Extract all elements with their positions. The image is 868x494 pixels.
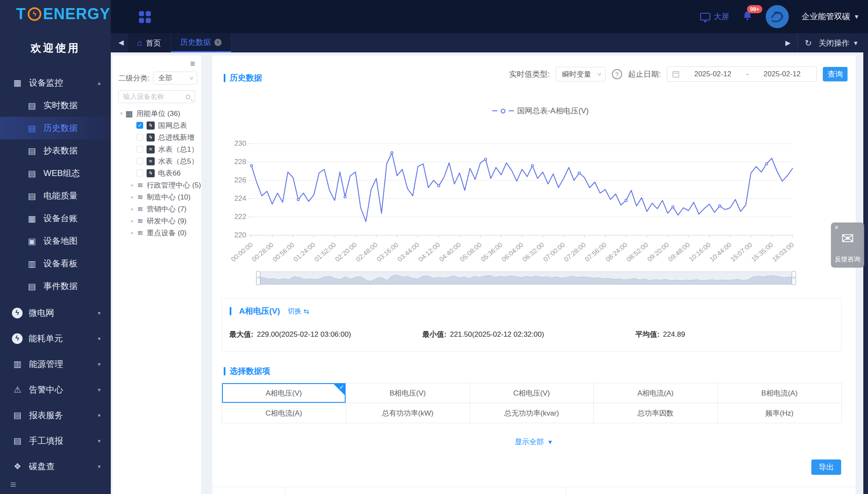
- tree-group-node[interactable]: ▸≋研发中心 (9): [112, 215, 201, 227]
- sidebar-item-label: 手工填报: [29, 435, 98, 447]
- close-icon[interactable]: ×: [834, 223, 839, 232]
- sidebar-item-label: 告警中心: [29, 384, 98, 396]
- chevron-icon: ▾: [98, 412, 101, 419]
- sidebar-item-carbon-check[interactable]: ❖碳盘查▾: [0, 454, 111, 479]
- sidebar-item-device-monitor[interactable]: ▦设备监控▴: [0, 71, 111, 94]
- expander-icon[interactable]: ▸: [130, 182, 136, 188]
- sidebar-item-alarm-center[interactable]: ⚠告警中心▾: [0, 377, 111, 402]
- date-end[interactable]: 2025-02-12: [753, 70, 811, 78]
- legend-item[interactable]: 国网总表-A相电压(V): [492, 106, 589, 116]
- date-range-picker[interactable]: 2025-02-12 - 2025-02-12: [667, 66, 817, 82]
- expander-icon[interactable]: ▸: [130, 218, 136, 224]
- datazoom-slider[interactable]: [257, 272, 795, 285]
- x-tick-label: 15:35:00: [750, 241, 774, 263]
- device-checkbox[interactable]: [136, 170, 143, 176]
- data-item-5[interactable]: C相电流(A): [222, 403, 346, 423]
- query-button[interactable]: 查询: [823, 67, 848, 81]
- sidebar-item-energy-mgmt[interactable]: ▥能源管理▾: [0, 351, 111, 377]
- sidebar-item-history-data[interactable]: ▤历史数据: [0, 117, 111, 139]
- chevron-icon: ▾: [98, 361, 101, 367]
- tree-group-node[interactable]: ▸≋制造中心 (10): [112, 191, 201, 203]
- sidebar-item-device-ledger[interactable]: ▦设备台账: [0, 207, 111, 230]
- notification-bell[interactable]: 99+: [742, 10, 753, 23]
- sidebar-item-label: 设备监控: [29, 77, 98, 89]
- chevron-down-icon: ▼: [853, 40, 859, 46]
- sidebar-item-realtime-data[interactable]: ▤实时数据: [0, 94, 111, 117]
- datazoom-handle-right[interactable]: [792, 271, 796, 285]
- sidebar-item-device-board[interactable]: ▥设备看板: [0, 252, 111, 275]
- export-button[interactable]: 导出: [811, 459, 841, 475]
- expander-icon[interactable]: ▸: [130, 230, 136, 236]
- notification-badge: 99+: [747, 5, 762, 13]
- tree-device-electric-meter[interactable]: ϟ总进线新增: [112, 131, 201, 143]
- refresh-icon[interactable]: ↻: [805, 38, 812, 48]
- device-checkbox[interactable]: [136, 158, 143, 165]
- expander-icon[interactable]: ▸: [130, 206, 136, 212]
- tree-device-electric-meter[interactable]: ϟ电表66: [112, 167, 201, 179]
- data-item-4[interactable]: B相电流(A): [718, 383, 842, 403]
- x-tick-label: 07:28:00: [562, 241, 587, 263]
- tabs-forward-arrow[interactable]: ▶: [785, 39, 790, 47]
- tab-home[interactable]: ⌂ 首页: [128, 33, 171, 52]
- collapse-sidebar-icon[interactable]: ≡: [0, 479, 111, 491]
- data-item-7[interactable]: 总无功功率(kvar): [470, 403, 594, 423]
- line-chart: 23022822622422222000:00:0000:28:0000:56:…: [229, 139, 843, 266]
- tree-group-node[interactable]: ▸≋重点设备 (0): [112, 227, 201, 239]
- datazoom-handle-left[interactable]: [256, 271, 260, 285]
- data-item-9[interactable]: 频率(Hz): [718, 403, 842, 423]
- show-all-link[interactable]: 显示全部 ▼: [212, 437, 856, 447]
- sidebar-item-event-data[interactable]: ▤事件数据: [0, 275, 111, 298]
- sidebar-item-report-service[interactable]: ▤报表服务▾: [0, 402, 111, 428]
- manual-report-icon: ▤: [12, 436, 23, 446]
- category-select[interactable]: 全部 ∨: [153, 72, 197, 84]
- device-search-input[interactable]: 输入设备名称: [118, 90, 195, 103]
- data-item-1[interactable]: B相电压(V): [346, 383, 470, 403]
- device-ledger-icon: ▦: [26, 214, 37, 224]
- data-item-0[interactable]: A相电压(V): [222, 383, 346, 403]
- right-edge-strip: [863, 52, 868, 494]
- sidebar-item-manual-report[interactable]: ▤手工填报▾: [0, 428, 111, 454]
- realtime-type-select[interactable]: 瞬时变量 ∨: [556, 67, 606, 81]
- device-checkbox[interactable]: [136, 134, 143, 141]
- tab-history-data[interactable]: 历史数据 ×: [171, 33, 231, 52]
- sidebar-item-power-quality[interactable]: ▤电能质量: [0, 185, 111, 207]
- data-item-2[interactable]: C相电压(V): [470, 383, 594, 403]
- avatar[interactable]: [766, 5, 789, 28]
- device-checkbox[interactable]: ✓: [136, 122, 143, 129]
- data-item-3[interactable]: A相电流(A): [594, 383, 718, 403]
- x-tick-label: 05:08:00: [459, 241, 483, 263]
- svg-text:230: 230: [234, 139, 246, 147]
- device-checkbox[interactable]: [136, 146, 143, 153]
- sidebar-item-web-config[interactable]: ▤WEB组态: [0, 162, 111, 185]
- x-tick-label: 07:56:00: [583, 241, 608, 263]
- tab-close-icon[interactable]: ×: [214, 39, 222, 46]
- org-switcher[interactable]: 企业能管双碳 ▼: [802, 11, 859, 22]
- tabs-back-arrow[interactable]: ◀: [118, 38, 124, 46]
- sidebar-item-energy-unit[interactable]: ϟ能耗单元▾: [0, 326, 111, 351]
- tree-node-root[interactable]: ▾▦用能单位 (36): [112, 107, 201, 119]
- chevron-icon: ▴: [98, 80, 101, 86]
- apps-grid-icon[interactable]: [139, 11, 151, 23]
- tree-device-water-meter[interactable]: ≈水表（总5）: [112, 155, 201, 167]
- tree-group-node[interactable]: ▸≋营销中心 (7): [112, 203, 201, 215]
- sidebar-item-meter-reading[interactable]: ▤抄表数据: [0, 139, 111, 162]
- sidebar-item-device-map[interactable]: ▣设备地图: [0, 230, 111, 252]
- bigscreen-link[interactable]: 大屏: [700, 12, 729, 22]
- expander-icon[interactable]: ▸: [130, 194, 136, 200]
- expander-icon[interactable]: ▾: [118, 110, 124, 116]
- date-start[interactable]: 2025-02-12: [683, 70, 742, 78]
- help-icon[interactable]: ?: [612, 69, 622, 79]
- x-tick-label: 02:20:00: [334, 241, 358, 263]
- tree-collapse-icon[interactable]: ≡: [190, 59, 195, 69]
- max-stat: 最大值:229.00(2025-02-12 03:06:00): [229, 329, 351, 339]
- feedback-widget[interactable]: × ✉ 反馈咨询: [831, 222, 864, 268]
- tree-device-water-meter[interactable]: ≈水表（总1）: [112, 143, 201, 155]
- tree-group-node[interactable]: ▸≋行政管理中心 (5): [112, 179, 201, 191]
- tree-device-electric-meter[interactable]: ✓ϟ国网总表: [112, 119, 201, 131]
- data-item-6[interactable]: 总有功功率(kW): [346, 403, 470, 423]
- sidebar: T ϟ ENERGY 欢迎使用 ▦设备监控▴▤实时数据▤历史数据▤抄表数据▤WE…: [0, 0, 111, 494]
- data-item-8[interactable]: 总功率因数: [594, 403, 718, 423]
- sidebar-item-microgrid[interactable]: ϟ微电网▾: [0, 300, 111, 326]
- switch-link[interactable]: 切换 ⇆: [288, 307, 309, 316]
- close-operations-dropdown[interactable]: 关闭操作 ▼: [819, 38, 859, 48]
